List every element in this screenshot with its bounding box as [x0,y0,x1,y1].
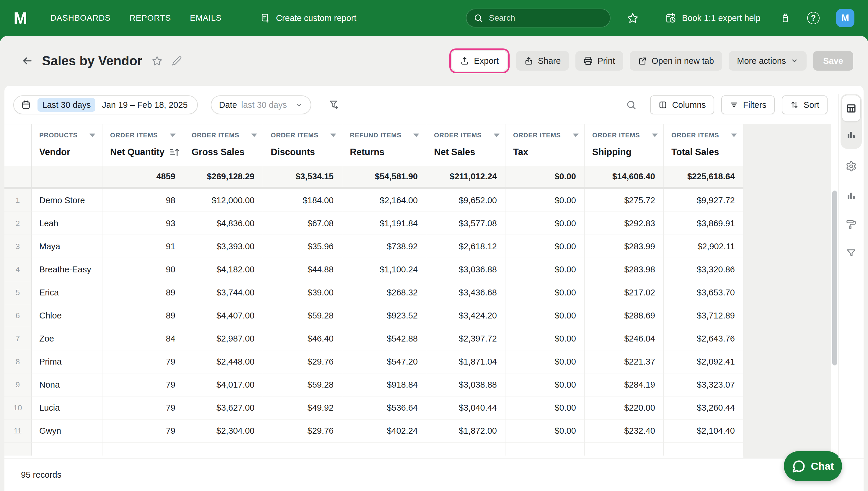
print-button[interactable]: Print [576,51,623,70]
filters-label: Filters [743,100,767,110]
sort-button[interactable]: Sort [782,95,828,114]
column-header-shipping[interactable]: ORDER ITEMSShipping [585,124,664,166]
table-row[interactable]: 11Gwyn79$2,304.00$29.76$402.24$1,872.00$… [4,420,743,442]
column-header-returns[interactable]: REFUND ITEMSReturns [342,124,426,166]
cell-total-sales: $3,653.70 [664,281,743,304]
cell-discounts: $35.96 [263,235,342,258]
page-title: Sales by Vendor [42,54,142,68]
row-number-header [4,124,32,166]
sort-label: Sort [804,100,819,110]
column-group-label: ORDER ITEMS [192,132,240,139]
column-menu-caret-icon[interactable] [330,134,336,137]
create-custom-report-button[interactable]: Create custom report [260,13,356,23]
cell-vendor: Gwyn [32,420,102,442]
table-row[interactable]: 8Prima79$2,448.00$29.76$547.20$1,871.04$… [4,350,743,373]
cell-tax: $0.00 [505,420,585,442]
book-expert-help-button[interactable]: Book 1:1 expert help [665,13,761,23]
back-arrow-icon[interactable] [21,55,33,67]
table-row[interactable]: 9Nona79$4,017.00$59.28$918.84$3,038.88$0… [4,373,743,397]
cell-net-quantity: 79 [102,420,184,442]
cell-vendor: Maya [32,235,102,258]
favorite-report-star-icon[interactable] [152,56,162,66]
share-button[interactable]: Share [516,51,569,70]
column-menu-caret-icon[interactable] [251,134,257,137]
cell-discounts: $44.88 [263,258,342,281]
column-name-label: Total Sales [671,147,719,157]
page-header: Sales by Vendor Export Share [0,36,868,86]
column-header-net-quantity[interactable]: ORDER ITEMSNet Quantity [102,124,184,166]
chat-button[interactable]: Chat [784,451,842,481]
cell-vendor: Leah [32,212,102,235]
cell-net-quantity: 79 [102,350,184,373]
table-search-icon[interactable] [626,99,637,110]
total-shipping: $14,606.40 [585,166,664,187]
nav-item-emails[interactable]: EMAILS [190,13,222,23]
column-menu-caret-icon[interactable] [573,134,579,137]
date-filter-dropdown[interactable]: Date last 30 days [211,95,311,114]
table-row[interactable]: 1Demo Store98$12,000.00$184.00$2,164.00$… [4,189,743,212]
product-bottle-icon[interactable] [780,13,790,23]
column-menu-caret-icon[interactable] [494,134,500,137]
brand-logo[interactable]: M [13,10,27,26]
row-number [4,166,32,187]
settings-button[interactable] [843,158,860,175]
table-row[interactable]: 7Zoe84$2,987.00$46.40$542.88$2,397.72$0.… [4,327,743,350]
date-preset-chip[interactable]: Last 30 days [37,98,95,112]
cell-vendor: Chloe [32,304,102,327]
column-header-net-sales[interactable]: ORDER ITEMSNet Sales [426,124,505,166]
column-header-total-sales[interactable]: ORDER ITEMSTotal Sales [664,124,743,166]
cell-total-sales: $3,712.89 [664,304,743,327]
column-menu-caret-icon[interactable] [652,134,658,137]
cell [585,442,664,456]
cell-net-quantity: 93 [102,212,184,235]
save-button[interactable]: Save [813,51,853,70]
nav-item-reports[interactable]: REPORTS [130,13,171,23]
cell-returns: $918.84 [342,373,426,396]
cell-returns: $547.20 [342,350,426,373]
column-name-label: Tax [513,147,528,157]
edit-pencil-icon[interactable] [172,56,182,66]
filter-button[interactable] [843,244,860,262]
add-filter-funnel-icon[interactable] [328,99,340,111]
cell-returns: $1,100.24 [342,258,426,281]
column-menu-caret-icon[interactable] [413,134,419,137]
global-search[interactable] [466,8,611,27]
column-menu-caret-icon[interactable] [89,134,95,137]
column-header-vendor[interactable]: PRODUCTSVendor [32,124,102,166]
date-range-picker[interactable]: Last 30 days Jan 19 – Feb 18, 2025 [13,95,198,114]
table-row[interactable]: 10Lucia79$3,627.00$49.92$536.64$3,040.44… [4,397,743,420]
search-input[interactable] [488,13,586,23]
vertical-scrollbar [831,124,838,458]
chart-view-button[interactable] [842,121,860,147]
more-actions-button[interactable]: More actions [728,51,807,70]
table-row[interactable]: 6Chloe89$4,407.00$59.28$923.52$3,424.20$… [4,304,743,327]
export-button[interactable]: Export [452,51,507,70]
favorites-star-icon[interactable] [627,12,638,24]
table-row[interactable]: 4Breathe-Easy90$4,182.00$44.88$1,100.24$… [4,258,743,281]
table-row[interactable]: 2Leah93$4,836.00$67.08$1,191.84$3,577.08… [4,212,743,235]
table-view-button[interactable] [842,95,860,121]
column-header-gross-sales[interactable]: ORDER ITEMSGross Sales [184,124,263,166]
cell-total-sales: $2,902.11 [664,235,743,258]
column-menu-caret-icon[interactable] [731,134,737,137]
column-header-tax[interactable]: ORDER ITEMSTax [505,124,585,166]
column-group: ORDER ITEMS [434,132,505,139]
table-row[interactable]: 5Erica89$3,744.00$39.00$268.32$3,436.68$… [4,281,743,304]
cell-tax: $0.00 [505,189,585,211]
filters-button[interactable]: Filters [721,95,775,114]
columns-button[interactable]: Columns [650,95,714,114]
user-avatar[interactable]: M [836,9,855,27]
column-menu-caret-icon[interactable] [170,134,176,137]
cell-total-sales: $3,260.44 [664,397,743,419]
cell-discounts: $67.08 [263,212,342,235]
help-icon[interactable]: ? [807,12,819,24]
scrollbar-thumb[interactable] [832,191,837,366]
chart-settings-button[interactable] [843,187,860,204]
open-in-new-tab-button[interactable]: Open in new tab [630,51,722,70]
column-header-discounts[interactable]: ORDER ITEMSDiscounts [263,124,342,166]
nav-item-dashboards[interactable]: DASHBOARDS [51,13,111,23]
cell-total-sales: $2,643.76 [664,327,743,350]
style-button[interactable] [843,216,860,233]
filter-lines-icon [730,100,738,109]
table-row[interactable]: 3Maya91$3,393.00$35.96$738.92$2,618.12$0… [4,235,743,258]
